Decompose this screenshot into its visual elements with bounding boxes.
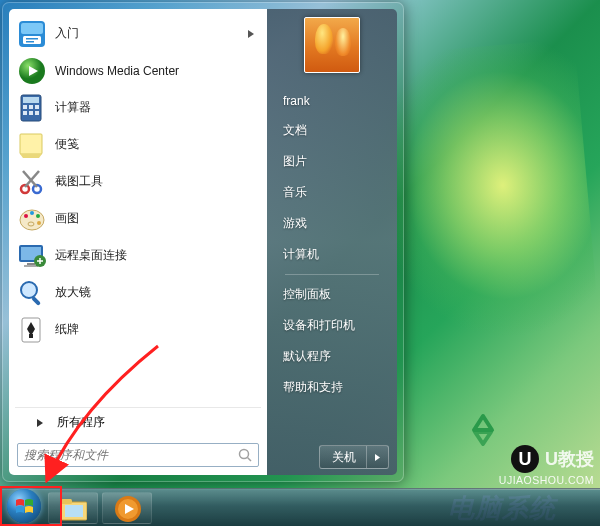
program-label: 截图工具: [55, 173, 103, 190]
program-item-remote-desktop[interactable]: 远程桌面连接: [11, 237, 265, 274]
user-picture[interactable]: [304, 17, 360, 73]
program-label: 远程桌面连接: [55, 247, 127, 264]
program-label: 放大镜: [55, 284, 91, 301]
search-box[interactable]: [17, 443, 259, 467]
remote-desktop-icon: [17, 241, 47, 271]
program-item-paint[interactable]: 画图: [11, 200, 265, 237]
windows-flag-icon: [13, 495, 35, 517]
solitaire-icon: [17, 315, 47, 345]
program-item-solitaire[interactable]: 纸牌: [11, 311, 265, 348]
program-item-wmc[interactable]: Windows Media Center: [11, 52, 265, 89]
program-item-calculator[interactable]: 计算器: [11, 89, 265, 126]
watermark-url: UJIAOSHOU.COM: [499, 474, 594, 486]
magnifier-icon: [17, 278, 47, 308]
shutdown-button[interactable]: 关机: [319, 445, 389, 469]
taskbar-media-player[interactable]: [102, 492, 152, 524]
separator: [285, 274, 379, 275]
program-item-snipping-tool[interactable]: 截图工具: [11, 163, 265, 200]
program-label: 入门: [55, 25, 79, 42]
wmc-icon: [17, 56, 47, 86]
getting-started-icon: [17, 19, 47, 49]
right-link[interactable]: 默认程序: [275, 341, 389, 372]
all-programs-button[interactable]: 所有程序: [15, 407, 261, 437]
paint-icon: [17, 204, 47, 234]
program-label: Windows Media Center: [55, 64, 179, 78]
program-list: 入门Windows Media Center计算器便笺截图工具画图远程桌面连接放…: [9, 13, 267, 405]
user-name-link[interactable]: frank: [275, 87, 389, 115]
right-link[interactable]: 帮助和支持: [275, 372, 389, 403]
right-link[interactable]: 控制面板: [275, 279, 389, 310]
start-menu-right-pane: frank 文档图片音乐游戏计算机 控制面板设备和打印机默认程序帮助和支持 关机: [267, 9, 397, 475]
folder-icon: [59, 494, 87, 522]
shutdown-options-button[interactable]: [366, 446, 388, 468]
right-link[interactable]: 文档: [275, 115, 389, 146]
recycle-bin-icon: [466, 412, 500, 446]
right-links: frank 文档图片音乐游戏计算机 控制面板设备和打印机默认程序帮助和支持: [267, 83, 397, 441]
start-menu-left-pane: 入门Windows Media Center计算器便笺截图工具画图远程桌面连接放…: [9, 9, 267, 475]
taskbar-explorer[interactable]: [48, 492, 98, 524]
program-label: 计算器: [55, 99, 91, 116]
program-item-getting-started[interactable]: 入门: [11, 15, 265, 52]
start-button[interactable]: [6, 488, 44, 526]
right-link[interactable]: 图片: [275, 146, 389, 177]
chevron-right-icon: [247, 30, 255, 38]
search-input[interactable]: [24, 448, 238, 462]
watermark: U U教授 UJIAOSHOU.COM: [499, 445, 594, 486]
all-programs-label: 所有程序: [57, 414, 105, 431]
right-link[interactable]: 计算机: [275, 239, 389, 270]
program-label: 画图: [55, 210, 79, 227]
program-label: 纸牌: [55, 321, 79, 338]
right-link[interactable]: 游戏: [275, 208, 389, 239]
snipping-tool-icon: [17, 167, 47, 197]
shutdown-label: 关机: [332, 449, 366, 466]
program-label: 便笺: [55, 136, 79, 153]
program-item-sticky-notes[interactable]: 便笺: [11, 126, 265, 163]
start-menu: 入门Windows Media Center计算器便笺截图工具画图远程桌面连接放…: [2, 2, 404, 482]
search-icon: [238, 448, 252, 462]
chevron-right-icon: [35, 418, 45, 428]
shutdown-row: 关机: [267, 441, 397, 471]
watermark-brand: U教授: [545, 447, 594, 471]
program-item-magnifier[interactable]: 放大镜: [11, 274, 265, 311]
calculator-icon: [17, 93, 47, 123]
taskbar: [0, 488, 600, 526]
right-link[interactable]: 设备和打印机: [275, 310, 389, 341]
right-link[interactable]: 音乐: [275, 177, 389, 208]
chevron-right-icon: [374, 454, 381, 461]
media-player-icon: [113, 494, 141, 522]
watermark-logo-icon: U: [511, 445, 539, 473]
sticky-notes-icon: [17, 130, 47, 160]
